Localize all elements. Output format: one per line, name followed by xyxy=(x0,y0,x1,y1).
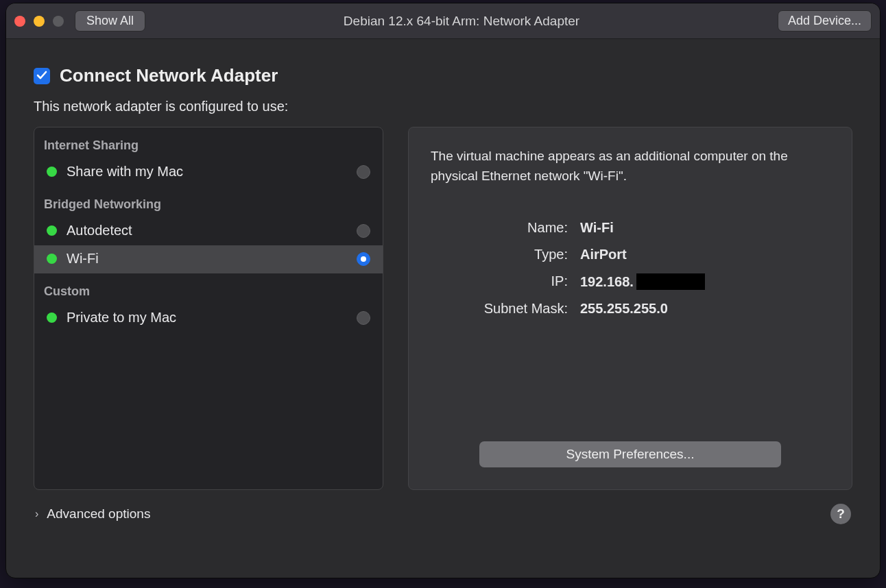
ip-prefix: 192.168. xyxy=(580,274,634,290)
ip-label: IP: xyxy=(431,273,568,290)
radio-share-with-mac[interactable] xyxy=(357,165,370,179)
ip-value: 192.168. xyxy=(580,273,830,290)
advanced-options-disclosure[interactable]: › Advanced options xyxy=(35,506,150,522)
option-label: Autodetect xyxy=(67,223,347,238)
window-title: Debian 12.x 64-bit Arm: Network Adapter xyxy=(152,14,771,29)
network-mode-list: Internet Sharing Share with my Mac Bridg… xyxy=(34,127,383,490)
subnet-value: 255.255.255.0 xyxy=(580,301,830,317)
close-icon[interactable] xyxy=(14,16,25,27)
zoom-icon[interactable] xyxy=(53,16,64,27)
radio-wifi[interactable] xyxy=(357,252,370,266)
status-dot-icon xyxy=(47,313,57,323)
option-private-to-mac[interactable]: Private to my Mac xyxy=(34,304,383,332)
system-preferences-button[interactable]: System Preferences... xyxy=(479,441,781,467)
section-header-custom: Custom xyxy=(34,273,383,304)
bottom-row: › Advanced options ? xyxy=(34,504,852,524)
content-area: Connect Network Adapter This network ada… xyxy=(6,39,880,541)
option-wifi[interactable]: Wi-Fi xyxy=(34,245,383,273)
name-label: Name: xyxy=(431,220,568,236)
help-button[interactable]: ? xyxy=(830,504,851,524)
option-share-with-mac[interactable]: Share with my Mac xyxy=(34,158,383,186)
radio-private-to-mac[interactable] xyxy=(357,311,370,325)
status-dot-icon xyxy=(47,167,57,177)
radio-autodetect[interactable] xyxy=(357,224,370,238)
option-label: Private to my Mac xyxy=(67,310,347,326)
network-info-grid: Name: Wi-Fi Type: AirPort IP: 192.168. S… xyxy=(431,220,830,317)
name-value: Wi-Fi xyxy=(580,220,830,236)
advanced-options-label: Advanced options xyxy=(47,506,150,522)
chevron-right-icon: › xyxy=(35,508,38,520)
settings-window: Show All Debian 12.x 64-bit Arm: Network… xyxy=(5,3,881,578)
section-header-internet-sharing: Internet Sharing xyxy=(34,127,383,158)
minimize-icon[interactable] xyxy=(34,16,45,27)
window-controls xyxy=(14,16,64,27)
subnet-label: Subnet Mask: xyxy=(431,301,568,317)
type-label: Type: xyxy=(431,247,568,262)
status-dot-icon xyxy=(47,225,57,236)
mode-description: The virtual machine appears as an additi… xyxy=(431,147,830,186)
add-device-button[interactable]: Add Device... xyxy=(778,10,872,32)
connect-row: Connect Network Adapter xyxy=(34,65,852,86)
ip-redacted xyxy=(636,273,705,290)
connect-checkbox[interactable] xyxy=(34,68,50,84)
checkmark-icon xyxy=(36,69,48,82)
type-value: AirPort xyxy=(580,247,830,262)
spacer xyxy=(431,317,830,441)
status-dot-icon xyxy=(47,254,57,264)
connect-label: Connect Network Adapter xyxy=(60,65,278,86)
titlebar: Show All Debian 12.x 64-bit Arm: Network… xyxy=(6,3,880,39)
details-panel: The virtual machine appears as an additi… xyxy=(408,127,852,490)
two-column-layout: Internet Sharing Share with my Mac Bridg… xyxy=(34,127,852,490)
config-subtitle: This network adapter is configured to us… xyxy=(34,99,852,114)
show-all-button[interactable]: Show All xyxy=(75,10,145,32)
option-label: Share with my Mac xyxy=(67,164,347,180)
option-autodetect[interactable]: Autodetect xyxy=(34,217,383,245)
section-header-bridged: Bridged Networking xyxy=(34,186,383,217)
option-label: Wi-Fi xyxy=(67,251,347,267)
